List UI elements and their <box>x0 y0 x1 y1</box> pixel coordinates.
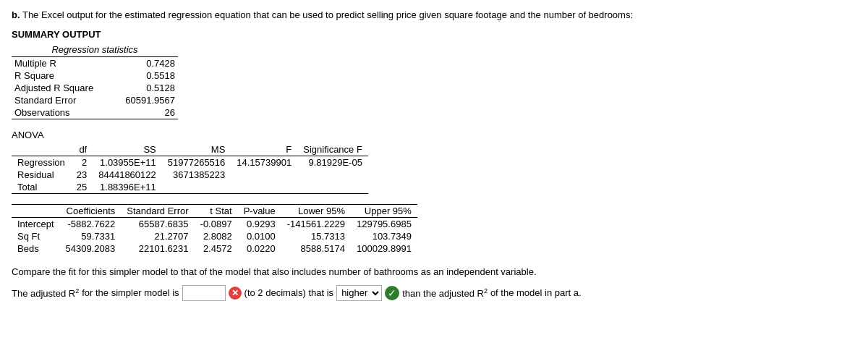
coeff-cell: -5882.7622 <box>60 218 122 231</box>
anova-cell: Residual <box>12 169 71 181</box>
coeff-cell: 100029.8991 <box>351 242 417 255</box>
adjusted-r2-input[interactable] <box>182 285 226 301</box>
coeff-cell: 22101.6231 <box>121 242 194 255</box>
coeff-cell: 59.7331 <box>60 230 122 242</box>
anova-cell: 25 <box>71 181 93 194</box>
comparison-dropdown[interactable]: higherlowerequal <box>336 285 382 301</box>
anova-cell: 3671385223 <box>162 169 231 181</box>
anova-cell: Total <box>12 181 71 194</box>
intro-b: b. <box>12 9 20 20</box>
check-icon[interactable]: ✓ <box>385 286 399 300</box>
coeff-cell: 54309.2083 <box>60 242 122 255</box>
coeff-cell: 21.2707 <box>121 230 194 242</box>
reg-stat-value: 0.5518 <box>112 69 178 82</box>
coeff-row: Intercept-5882.762265587.6835-0.08970.92… <box>12 218 417 231</box>
coeff-cell: 129795.6985 <box>351 218 417 231</box>
reg-stat-label: Standard Error <box>12 94 112 106</box>
reg-stat-label: Observations <box>12 106 112 119</box>
anova-cell <box>297 181 368 194</box>
anova-row: Regression21.03955E+115197726551614.1573… <box>12 156 368 169</box>
anova-cell: 2 <box>71 156 93 169</box>
coeff-header-cell: P-value <box>238 205 281 218</box>
regression-statistics-section: Regression statistics Multiple R0.7428R … <box>12 44 856 119</box>
coeff-header-cell: t Stat <box>195 205 238 218</box>
anova-label: ANOVA <box>12 130 856 140</box>
coeff-header-cell: Coefficients <box>60 205 122 218</box>
intro-body: The Excel output for the estimated regre… <box>22 9 633 20</box>
error-icon[interactable]: ✕ <box>229 287 242 300</box>
reg-stat-label: Adjusted R Square <box>12 82 112 94</box>
coeff-cell: 0.0220 <box>238 242 281 255</box>
compare-text: Compare the fit for this simpler model t… <box>12 265 856 279</box>
anova-cell: 1.03955E+11 <box>93 156 162 169</box>
reg-stat-row: Adjusted R Square0.5128 <box>12 82 178 94</box>
regression-statistics-title: Regression statistics <box>12 44 178 57</box>
reg-stat-row: Multiple R0.7428 <box>12 57 178 69</box>
coeff-cell: 8588.5174 <box>281 242 351 255</box>
reg-stat-row: Observations26 <box>12 106 178 119</box>
anova-cell <box>231 181 297 194</box>
coefficients-table: CoefficientsStandard Errort StatP-valueL… <box>12 204 417 255</box>
coeff-cell: Intercept <box>12 218 60 231</box>
summary-output-label: SUMMARY OUTPUT <box>12 29 856 40</box>
coeff-cell: 2.4572 <box>195 242 238 255</box>
coeff-cell: 0.9293 <box>238 218 281 231</box>
coeff-header-cell <box>12 205 60 218</box>
anova-cell: 84441860122 <box>93 169 162 181</box>
reg-stat-label: R Square <box>12 69 112 82</box>
anova-header-cell: SS <box>93 143 162 156</box>
anova-cell: 23 <box>71 169 93 181</box>
anova-cell: 1.88396E+11 <box>93 181 162 194</box>
anova-cell <box>162 181 231 194</box>
anova-cell <box>231 169 297 181</box>
reg-stat-value: 60591.9567 <box>112 94 178 106</box>
anova-cell: 51977265516 <box>162 156 231 169</box>
coeff-cell: -0.0897 <box>195 218 238 231</box>
intro-text: b. The Excel output for the estimated re… <box>12 9 856 22</box>
anova-header-cell <box>12 143 71 156</box>
anova-table: dfSSMSFSignificance F Regression21.03955… <box>12 143 368 194</box>
anova-cell <box>297 169 368 181</box>
anova-cell: 14.15739901 <box>231 156 297 169</box>
anova-header-cell: df <box>71 143 93 156</box>
anova-header-cell: F <box>231 143 297 156</box>
reg-stat-label: Multiple R <box>12 57 112 69</box>
coeff-header-cell: Lower 95% <box>281 205 351 218</box>
coeff-cell: 0.0100 <box>238 230 281 242</box>
reg-stat-value: 26 <box>112 106 178 119</box>
coeff-cell: 65587.6835 <box>121 218 194 231</box>
suffix2-text: of the model in part a. <box>490 287 582 298</box>
bottom-line: The adjusted R2 for the simpler model is… <box>12 285 856 301</box>
reg-stat-row: Standard Error60591.9567 <box>12 94 178 106</box>
suffix-text: than the adjusted R2 <box>402 287 488 299</box>
anova-row: Total251.88396E+11 <box>12 181 368 194</box>
coeff-row: Beds54309.208322101.62312.45720.02208588… <box>12 242 417 255</box>
coeff-header-cell: Upper 95% <box>351 205 417 218</box>
coeff-cell: -141561.2229 <box>281 218 351 231</box>
anova-header-cell: Significance F <box>297 143 368 156</box>
coeff-header-cell: Standard Error <box>121 205 194 218</box>
regression-statistics-table: Multiple R0.7428R Square0.5518Adjusted R… <box>12 57 178 119</box>
reg-stat-row: R Square0.5518 <box>12 69 178 82</box>
simpler-model-label: for the simpler model is <box>82 287 179 298</box>
adjusted-r2-prefix: The adjusted R2 <box>12 287 79 299</box>
anova-cell: 9.81929E-05 <box>297 156 368 169</box>
coeff-cell: 15.7313 <box>281 230 351 242</box>
coeff-cell: 2.8082 <box>195 230 238 242</box>
coeff-cell: Sq Ft <box>12 230 60 242</box>
reg-stat-value: 0.7428 <box>112 57 178 69</box>
reg-stat-value: 0.5128 <box>112 82 178 94</box>
anova-header-cell: MS <box>162 143 231 156</box>
coeff-cell: Beds <box>12 242 60 255</box>
coeff-row: Sq Ft59.733121.27072.80820.010015.731310… <box>12 230 417 242</box>
anova-cell: Regression <box>12 156 71 169</box>
anova-row: Residual23844418601223671385223 <box>12 169 368 181</box>
to2dec-text: (to 2 decimals) that is <box>244 287 334 298</box>
coeff-cell: 103.7349 <box>351 230 417 242</box>
